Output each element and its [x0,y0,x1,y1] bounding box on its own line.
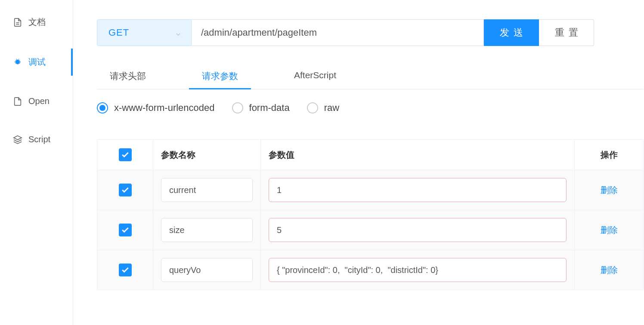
param-value-input[interactable] [269,178,567,202]
radio-circle-icon [97,102,108,113]
col-check [97,140,153,170]
delete-link[interactable]: 删除 [601,185,618,195]
checkbox-row[interactable] [119,224,132,236]
sidebar-item-script[interactable]: Script [0,127,73,152]
param-value-input[interactable] [269,218,567,242]
tab-afterscript[interactable]: AfterScript [281,63,349,89]
table-row: 删除 [97,250,644,290]
sidebar-item-doc[interactable]: 文档 [0,9,73,36]
delete-link[interactable]: 删除 [601,225,618,235]
url-input[interactable] [192,19,484,46]
method-select[interactable]: GET [97,19,192,46]
delete-link[interactable]: 删除 [601,265,618,275]
sidebar-item-label: 文档 [28,16,46,28]
tabs: 请求头部 请求参数 AfterScript [97,63,644,89]
col-value: 参数值 [261,140,575,170]
body-type-radios: x-www-form-urlencoded form-data raw [97,102,644,113]
radio-label: x-www-form-urlencoded [114,102,215,113]
param-value-input[interactable] [269,258,567,282]
send-button[interactable]: 发送 [484,19,539,46]
radio-circle-icon [232,102,243,113]
radio-urlencoded[interactable]: x-www-form-urlencoded [97,102,215,113]
svg-point-2 [16,58,17,59]
col-action: 操作 [575,140,644,170]
checkbox-row[interactable] [119,184,132,196]
checkbox-all[interactable] [119,148,132,161]
radio-raw[interactable]: raw [307,102,339,113]
reset-button[interactable]: 重置 [539,19,594,46]
sidebar-item-debug[interactable]: 调试 [0,49,73,76]
radio-label: form-data [249,102,290,113]
tab-headers[interactable]: 请求头部 [97,63,159,89]
param-name-input[interactable] [161,178,253,202]
bug-icon [13,58,22,67]
tab-params[interactable]: 请求参数 [189,63,251,89]
url-bar: GET 发送 重置 [97,19,594,46]
method-value: GET [108,27,129,38]
chevron-down-icon [175,29,182,36]
table-row: 删除 [97,210,644,250]
radio-circle-icon [307,102,318,113]
sidebar-item-label: 调试 [28,56,46,68]
sidebar-item-label: Open [28,96,50,106]
param-name-input[interactable] [161,218,253,242]
table-row: 删除 [97,170,644,210]
col-name: 参数名称 [153,140,261,170]
document-icon [13,18,22,27]
svg-point-3 [19,58,19,59]
param-name-input[interactable] [161,258,253,282]
main-panel: GET 发送 重置 请求头部 请求参数 AfterScript x-www-fo… [73,0,644,325]
cube-icon [13,135,22,144]
radio-label: raw [324,102,339,113]
sidebar: 文档 调试 Open Script [0,0,73,325]
file-icon [13,97,22,106]
sidebar-item-label: Script [28,135,50,144]
radio-formdata[interactable]: form-data [232,102,290,113]
sidebar-item-open[interactable]: Open [0,89,73,114]
params-table: 参数名称 参数值 操作 删除 [97,139,644,290]
checkbox-row[interactable] [119,264,132,276]
